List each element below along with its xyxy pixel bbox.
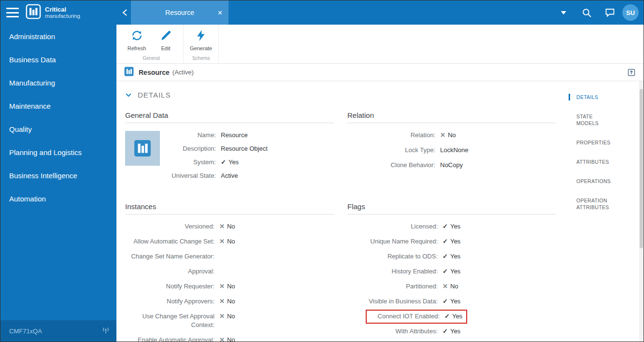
field-label: Versioned: — [125, 222, 215, 231]
field-value: No — [227, 297, 235, 306]
details-section-toggle[interactable]: DETAILS — [125, 91, 171, 99]
sidebar-item[interactable]: Business Intelligence — [0, 164, 116, 187]
field-row: System: Yes — [168, 158, 334, 167]
field-label: Notify Requester: — [125, 282, 215, 291]
chat-button[interactable] — [598, 0, 621, 25]
field-row: Unique Name Required: Yes — [347, 237, 556, 246]
search-button[interactable] — [575, 0, 598, 25]
scrollbar-thumb[interactable] — [640, 89, 643, 248]
sidebar-item[interactable]: Manufacturing — [0, 71, 116, 94]
right-nav-item[interactable]: OPERATION ATTRIBUTES — [569, 197, 615, 211]
scrollbar[interactable] — [639, 81, 644, 342]
field-value: Yes — [229, 158, 239, 167]
mark-icon — [443, 252, 448, 261]
right-nav-item[interactable]: STATE MODELS — [569, 113, 615, 127]
field-row: Relation: No — [347, 131, 556, 140]
field-label: With Attributes: — [347, 327, 438, 336]
generate-button[interactable]: Generate — [186, 28, 215, 55]
right-nav-item[interactable]: DETAILS — [569, 94, 615, 100]
field-row: Approval: — [125, 267, 334, 276]
sidebar-header: Critical manufacturing — [0, 0, 116, 25]
sidebar-item[interactable]: Automation — [0, 187, 116, 210]
details-section-title: DETAILS — [138, 91, 171, 99]
hamburger-menu-icon[interactable] — [6, 8, 19, 17]
sidebar-item[interactable]: Planning and Logistics — [0, 141, 116, 164]
field-row: Name: Resource — [168, 131, 334, 140]
field-value: Yes — [452, 312, 462, 321]
sidebar-item[interactable]: Business Data — [0, 48, 116, 71]
field-label: Connect IOT Enabled: — [370, 312, 440, 321]
field-label: Relation: — [347, 131, 435, 140]
field-value: Active — [221, 171, 238, 180]
chevron-down-icon — [125, 93, 132, 97]
toolbar-group-schema: Generate Schema — [184, 25, 219, 63]
field-label: Enable Automatic Approval: — [125, 336, 215, 342]
field-row: Notify Approvers: No — [125, 297, 334, 306]
entity-header: Resource (Active) — [116, 64, 644, 81]
refresh-button[interactable]: Refresh — [122, 28, 151, 55]
mark-icon — [443, 237, 448, 246]
field-label: Universal State: — [168, 171, 216, 180]
entity-name: Resource — [139, 69, 170, 76]
field-label: Visible in Business Data: — [347, 297, 438, 306]
expand-icon — [627, 68, 636, 77]
right-nav-item[interactable]: OPERATIONS — [569, 178, 615, 185]
button-label: Edit — [161, 45, 171, 51]
back-button[interactable] — [118, 0, 131, 25]
panel-general-data: General Data — [125, 111, 334, 185]
field-list: Licensed: Yes Unique Name Required: — [347, 222, 556, 336]
tab-close-icon[interactable]: ✕ — [217, 9, 223, 16]
mark-icon — [443, 297, 448, 306]
field-row: With Attributes: Yes — [347, 327, 556, 336]
panel-title: Relation — [347, 111, 556, 123]
button-label: Refresh — [128, 45, 146, 51]
sidebar-item[interactable]: Administration — [0, 25, 116, 48]
search-icon — [582, 8, 592, 18]
field-value: Yes — [450, 327, 460, 336]
field-label: Change Set Name Generator: — [125, 252, 215, 261]
field-row: Universal State: Active — [168, 171, 334, 180]
field-row: Clone Behavior: NoCopy — [347, 161, 556, 170]
sidebar-item[interactable]: Quality — [0, 117, 116, 141]
avatar-initials: SU — [626, 9, 635, 16]
signal-icon — [102, 327, 110, 335]
field-row: Lock Type: LockNone — [347, 146, 556, 155]
tab-resource[interactable]: Resource ✕ — [131, 0, 229, 25]
right-nav-item[interactable]: ATTRIBUTES — [569, 158, 615, 165]
field-value: Yes — [450, 267, 460, 276]
brand-subtitle: manufacturing — [45, 13, 80, 19]
mark-icon — [219, 222, 225, 231]
panel-title: Flags — [347, 202, 556, 214]
field-label: Description: — [168, 144, 216, 153]
mark-icon — [219, 237, 225, 246]
edit-button[interactable]: Edit — [151, 28, 180, 55]
field-value: Resource Object — [221, 144, 268, 153]
topbar: Resource ✕ SU — [116, 0, 644, 25]
sidebar-item[interactable]: Maintenance — [0, 94, 116, 117]
field-row: Visible in Business Data: Yes — [347, 297, 556, 306]
refresh-icon — [131, 29, 143, 43]
mark-icon — [219, 282, 225, 291]
field-value: No — [227, 282, 235, 291]
field-value: No — [448, 131, 456, 140]
topbar-actions: SU — [552, 0, 644, 25]
field-label: Replicate to ODS: — [347, 252, 438, 261]
field-list: Name: Resource Description — [168, 131, 334, 185]
field-value: Yes — [450, 237, 460, 246]
mark-icon — [221, 158, 226, 167]
expand-panel-button[interactable] — [627, 68, 636, 77]
field-value: Yes — [450, 297, 460, 306]
field-row: Enable Automatic Approval: No — [125, 336, 334, 342]
panel-relation: Relation Relation: No — [347, 111, 556, 176]
toolbar-group-general: Refresh Edit General — [119, 25, 184, 63]
right-nav-item[interactable]: PROPERTIES — [569, 139, 615, 146]
field-label: Licensed: — [347, 222, 438, 231]
tab-title: Resource — [165, 9, 194, 16]
field-label: Notify Approvers: — [125, 297, 215, 306]
mark-icon — [443, 327, 448, 336]
user-avatar[interactable]: SU — [622, 4, 639, 21]
view-dropdown-button[interactable] — [552, 0, 575, 25]
panel-title: Instances — [125, 202, 334, 214]
field-list: Versioned: No Allow Automatic Change Set… — [125, 222, 334, 342]
resource-icon — [134, 140, 151, 157]
